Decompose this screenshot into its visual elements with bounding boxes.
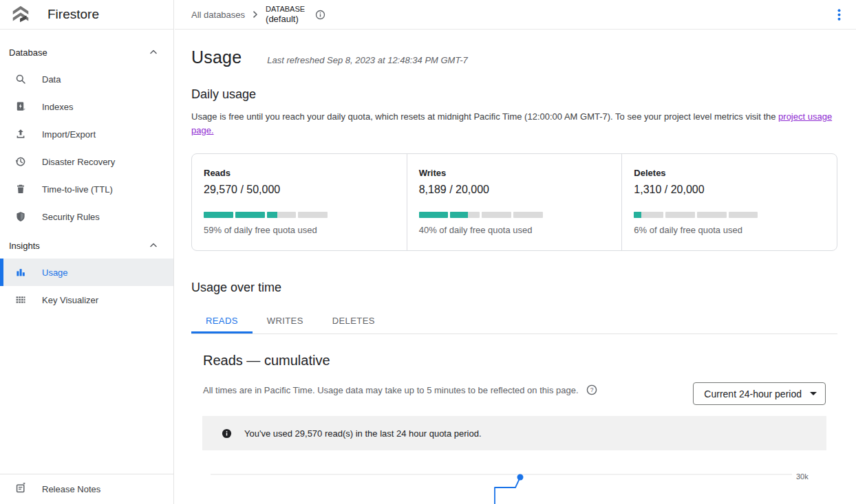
quota-title: Deletes bbox=[634, 168, 826, 178]
sidebar-item-disaster-recovery[interactable]: Disaster Recovery bbox=[0, 148, 173, 175]
banner-text: You've used 29,570 read(s) in the last 2… bbox=[244, 428, 482, 439]
reads-info-banner: You've used 29,570 read(s) in the last 2… bbox=[202, 416, 826, 450]
quota-value: 1,310 / 20,000 bbox=[634, 184, 826, 196]
chevron-right-icon bbox=[251, 10, 259, 19]
daily-usage-text: Usage is free until you reach your daily… bbox=[191, 111, 778, 122]
upload-icon bbox=[15, 129, 26, 140]
current-value-dot[interactable] bbox=[517, 474, 524, 481]
sidebar-item-label: Disaster Recovery bbox=[42, 157, 115, 167]
app-header: Firestore bbox=[0, 0, 173, 30]
period-selector-dropdown[interactable]: Current 24-hour period bbox=[693, 382, 826, 405]
sidebar-item-security-rules[interactable]: Security Rules bbox=[0, 203, 173, 230]
sidebar-nav: Database Data Indexes Import/Export bbox=[0, 30, 173, 314]
reads-chart-section: Reads — cumulative All times are in Paci… bbox=[191, 353, 837, 504]
sidebar-item-import-export[interactable]: Import/Export bbox=[0, 120, 173, 148]
trash-icon bbox=[15, 184, 26, 195]
quota-title: Writes bbox=[419, 168, 611, 178]
sidebar-item-data[interactable]: Data bbox=[0, 65, 173, 93]
daily-usage-description: Usage is free until you reach your daily… bbox=[191, 110, 837, 138]
quota-caption: 6% of daily free quota used bbox=[634, 225, 826, 235]
sidebar-item-label: Data bbox=[42, 74, 61, 85]
flash-document-icon bbox=[15, 101, 26, 112]
usage-over-time-heading: Usage over time bbox=[191, 281, 837, 295]
sidebar-item-label: Key Visualizer bbox=[42, 295, 98, 305]
section-label: Database bbox=[9, 47, 47, 58]
firestore-logo-icon bbox=[10, 4, 31, 25]
sidebar-section-database[interactable]: Database bbox=[0, 39, 173, 65]
release-notes-icon bbox=[15, 483, 26, 496]
quota-title: Reads bbox=[204, 168, 396, 178]
sidebar-item-label: Import/Export bbox=[42, 129, 96, 140]
daily-quota-card: Reads 29,570 / 50,000 59% of daily free … bbox=[191, 153, 837, 251]
sidebar-item-label: Security Rules bbox=[42, 212, 100, 222]
sidebar-section-insights[interactable]: Insights bbox=[0, 232, 173, 259]
daily-usage-heading: Daily usage bbox=[191, 87, 837, 102]
reads-cumulative-chart: 30k bbox=[191, 450, 837, 504]
reads-line bbox=[495, 477, 520, 504]
shield-icon bbox=[15, 211, 26, 222]
breadcrumb-all-databases[interactable]: All databases bbox=[191, 10, 245, 20]
sidebar-item-key-visualizer[interactable]: Key Visualizer bbox=[0, 286, 173, 314]
page-title: Usage bbox=[191, 47, 242, 67]
sidebar-item-ttl[interactable]: Time-to-live (TTL) bbox=[0, 175, 173, 203]
period-selector-value: Current 24-hour period bbox=[704, 388, 802, 399]
sidebar-item-label: Time-to-live (TTL) bbox=[42, 184, 113, 195]
usage-tabs: READS WRITES DELETES bbox=[191, 309, 837, 334]
database-name: (default) bbox=[266, 14, 305, 25]
time-note: All times are in Pacific Time. Usage dat… bbox=[203, 385, 579, 395]
quota-value: 29,570 / 50,000 bbox=[204, 184, 396, 196]
main-area: All databases DATABASE (default) Usage L… bbox=[175, 0, 856, 504]
quota-col-deletes: Deletes 1,310 / 20,000 6% of daily free … bbox=[621, 154, 837, 250]
sidebar-item-release-notes[interactable]: Release Notes bbox=[0, 474, 173, 504]
quota-progress-bar bbox=[419, 212, 543, 218]
sidebar-item-label: Release Notes bbox=[42, 484, 100, 494]
search-icon bbox=[15, 74, 26, 85]
chevron-up-icon[interactable] bbox=[149, 47, 158, 57]
y-axis-label-30k: 30k bbox=[796, 472, 809, 481]
sidebar-item-label: Usage bbox=[42, 267, 68, 278]
sidebar-item-indexes[interactable]: Indexes bbox=[0, 93, 173, 120]
quota-col-writes: Writes 8,189 / 20,000 40% of daily free … bbox=[407, 154, 622, 250]
app-title: Firestore bbox=[47, 7, 99, 22]
sidebar: Firestore Database Data Indexes Import/ bbox=[0, 0, 174, 504]
usage-page: Usage Last refreshed Sep 8, 2023 at 12:4… bbox=[175, 47, 837, 504]
quota-caption: 40% of daily free quota used bbox=[419, 225, 611, 235]
svg-text:?: ? bbox=[590, 386, 593, 393]
last-refreshed-note: Last refreshed Sep 8, 2023 at 12:48:34 P… bbox=[267, 55, 467, 65]
chart-title: Reads — cumulative bbox=[203, 353, 837, 369]
info-filled-icon bbox=[222, 428, 232, 439]
database-label: DATABASE bbox=[266, 5, 305, 14]
quota-value: 8,189 / 20,000 bbox=[419, 184, 611, 196]
bar-chart-icon bbox=[15, 267, 26, 278]
tab-reads[interactable]: READS bbox=[191, 309, 253, 333]
overflow-menu-icon[interactable] bbox=[829, 5, 848, 24]
help-icon[interactable]: ? bbox=[586, 384, 597, 395]
info-outline-icon[interactable] bbox=[315, 10, 325, 20]
dropdown-caret-icon bbox=[810, 392, 817, 395]
tab-writes[interactable]: WRITES bbox=[253, 309, 318, 333]
quota-caption: 59% of daily free quota used bbox=[204, 225, 396, 235]
chevron-up-icon[interactable] bbox=[149, 241, 158, 250]
sidebar-item-label: Indexes bbox=[42, 102, 74, 112]
history-icon bbox=[15, 156, 26, 167]
breadcrumb-database[interactable]: DATABASE (default) bbox=[266, 5, 305, 25]
grid-icon bbox=[15, 294, 26, 305]
section-label: Insights bbox=[9, 241, 40, 251]
topbar: All databases DATABASE (default) bbox=[175, 0, 856, 30]
quota-col-reads: Reads 29,570 / 50,000 59% of daily free … bbox=[192, 154, 407, 250]
tab-deletes[interactable]: DELETES bbox=[318, 309, 389, 333]
quota-progress-bar bbox=[634, 212, 758, 218]
sidebar-item-usage[interactable]: Usage bbox=[0, 259, 173, 286]
quota-progress-bar bbox=[204, 212, 328, 218]
